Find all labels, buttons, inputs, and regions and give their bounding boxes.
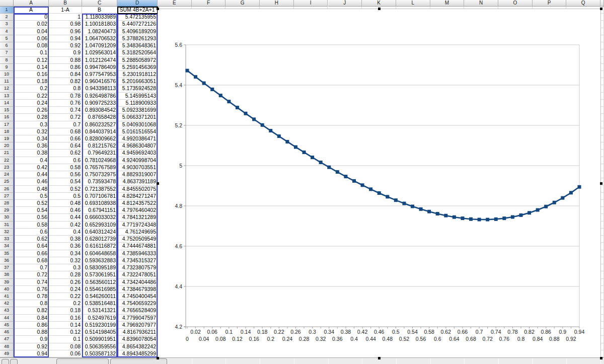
cell-D18[interactable]: 5.0161516554: [117, 128, 158, 135]
cell-D44[interactable]: 4.7799047597: [117, 315, 158, 322]
row-header-33[interactable]: 33: [0, 236, 14, 243]
cell-A16[interactable]: 0.28: [14, 114, 49, 121]
cell-A22[interactable]: 0.4: [14, 157, 49, 164]
cell-B1[interactable]: 1-A: [49, 7, 82, 14]
cell[interactable]: [600, 229, 604, 236]
cell-A9[interactable]: 0.14: [14, 64, 49, 71]
cell-A6[interactable]: 0.08: [14, 42, 49, 49]
cell-B18[interactable]: 0.68: [49, 128, 82, 135]
cell-A37[interactable]: 0.7: [14, 264, 49, 271]
cell-C10[interactable]: 0.977547953: [82, 71, 117, 78]
cell-C39[interactable]: 0.563560112: [82, 279, 117, 286]
cell-C4[interactable]: 1.08240473: [82, 28, 117, 35]
cell-B23[interactable]: 0.58: [49, 164, 82, 171]
row-header-6[interactable]: 6: [0, 42, 14, 49]
cell-B6[interactable]: 0.92: [49, 42, 82, 49]
row-header-15[interactable]: 15: [0, 107, 14, 114]
cell-B39[interactable]: 0.26: [49, 279, 82, 286]
cell-C27[interactable]: 0.707106781: [82, 193, 117, 200]
cell-A24[interactable]: 0.44: [14, 171, 49, 178]
cell-C29[interactable]: 0.67941151: [82, 207, 117, 214]
cell-D29[interactable]: 4.7976460402: [117, 207, 158, 214]
cell-D21[interactable]: 4.9459692403: [117, 150, 158, 157]
cell[interactable]: [600, 300, 604, 307]
cell-C11[interactable]: 0.960416576: [82, 78, 117, 85]
cell-A38[interactable]: 0.72: [14, 271, 49, 278]
cell-A47[interactable]: 0.9: [14, 336, 49, 343]
cell-D30[interactable]: 4.7841321289: [117, 214, 158, 221]
row-header-23[interactable]: 23: [0, 164, 14, 171]
cell-A36[interactable]: 0.68: [14, 257, 49, 264]
chart-selection-handle[interactable]: [378, 357, 381, 359]
cell[interactable]: [600, 93, 604, 100]
cell-A39[interactable]: 0.74: [14, 279, 49, 286]
cell-A27[interactable]: 0.5: [14, 193, 49, 200]
cell-C25[interactable]: 0.73593478: [82, 178, 117, 185]
cell[interactable]: [600, 250, 604, 257]
cell-B43[interactable]: 0.18: [49, 307, 82, 314]
cell[interactable]: [600, 121, 604, 128]
chart-selection-handle[interactable]: [157, 357, 159, 359]
cell-B14[interactable]: 0.76: [49, 100, 82, 107]
row-header-32[interactable]: 32: [0, 229, 14, 236]
cell-A7[interactable]: 0.1: [14, 49, 49, 56]
cell-D17[interactable]: 5.0409301068: [117, 121, 158, 128]
row-header-3[interactable]: 3: [0, 21, 14, 28]
row-header-16[interactable]: 16: [0, 114, 14, 121]
row-header-18[interactable]: 18: [0, 128, 14, 135]
cell-A3[interactable]: 0.02: [14, 21, 49, 28]
cell[interactable]: [600, 279, 604, 286]
cell-B10[interactable]: 0.84: [49, 71, 82, 78]
cell-C32[interactable]: 0.640312424: [82, 229, 117, 236]
cell-D26[interactable]: 4.8455502075: [117, 186, 158, 193]
cell-A48[interactable]: 0.92: [14, 343, 49, 350]
cell-D25[interactable]: 4.8637391189: [117, 178, 158, 185]
cell-C34[interactable]: 0.616116872: [82, 243, 117, 250]
row-header-22[interactable]: 22: [0, 157, 14, 164]
cell-B2[interactable]: 1: [49, 14, 82, 21]
column-header-N[interactable]: N: [464, 0, 498, 7]
row-header-46[interactable]: 46: [0, 329, 14, 336]
cell-B49[interactable]: 0.06: [49, 350, 82, 357]
cell[interactable]: [600, 150, 604, 157]
row-header-14[interactable]: 14: [0, 100, 14, 107]
row-header-10[interactable]: 10: [0, 71, 14, 78]
cell[interactable]: [600, 71, 604, 78]
row-header-40[interactable]: 40: [0, 286, 14, 293]
cell-C20[interactable]: 0.81215762: [82, 142, 117, 150]
cell[interactable]: [600, 85, 604, 92]
cell-B34[interactable]: 0.36: [49, 243, 82, 250]
row-header-30[interactable]: 30: [0, 214, 14, 221]
column-header-B[interactable]: B: [49, 0, 82, 7]
cell-B32[interactable]: 0.4: [49, 229, 82, 236]
cell-D39[interactable]: 4.7342404486: [117, 279, 158, 286]
column-header-F[interactable]: F: [192, 0, 226, 7]
cell[interactable]: [600, 271, 604, 278]
chart-selection-handle[interactable]: [600, 182, 602, 185]
row-header-5[interactable]: 5: [0, 35, 14, 42]
cell-B40[interactable]: 0.24: [49, 286, 82, 293]
cell-D36[interactable]: 4.7345315327: [117, 257, 158, 264]
cell-A41[interactable]: 0.78: [14, 293, 49, 300]
row-header-12[interactable]: 12: [0, 85, 14, 92]
cell-D47[interactable]: 4.8396078054: [117, 336, 158, 343]
cell[interactable]: [600, 100, 604, 107]
cell-A31[interactable]: 0.58: [14, 222, 49, 229]
row-header-20[interactable]: 20: [0, 142, 14, 150]
cell[interactable]: [600, 315, 604, 322]
cell-A43[interactable]: 0.82: [14, 307, 49, 314]
cell[interactable]: [600, 257, 604, 264]
row-header-9[interactable]: 9: [0, 64, 14, 71]
row-header-35[interactable]: 35: [0, 250, 14, 257]
column-header-M[interactable]: M: [430, 0, 465, 7]
cell-C46[interactable]: 0.514198405: [82, 329, 117, 336]
cell-B15[interactable]: 0.74: [49, 107, 82, 114]
cell-C9[interactable]: 0.994786409: [82, 64, 117, 71]
cell-D23[interactable]: 4.9030703551: [117, 164, 158, 171]
cell[interactable]: [600, 14, 604, 21]
column-header-Q[interactable]: Q: [566, 0, 600, 7]
cell-C37[interactable]: 0.583095189: [82, 264, 117, 271]
cell-D12[interactable]: 5.1735924528: [117, 85, 158, 92]
cell-C21[interactable]: 0.79649231: [82, 150, 117, 157]
row-header-28[interactable]: 28: [0, 200, 14, 207]
